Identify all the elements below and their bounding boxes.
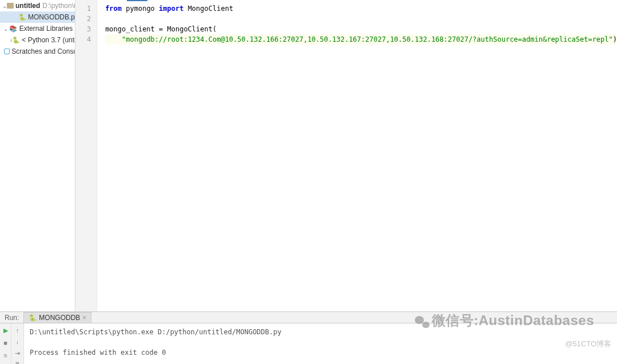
tree-label: < Python 3.7 (untitled) > — [22, 36, 75, 44]
folder-icon — [7, 1, 14, 10]
line-number[interactable]: 4 — [75, 34, 97, 45]
console-line: D:\untitled\Scripts\python.exe D:/python… — [30, 327, 611, 337]
tree-root-folder[interactable]: ⌄ untitled D:\python\untitled — [0, 0, 75, 11]
code-editor[interactable]: from pymongo import MongoClient mongo_cl… — [97, 0, 617, 311]
run-tool-window: Run: 🐍 MONGODDB × ▶ ■ ≡ ↑ ↓ ⇥ 🖶 D:\untit… — [0, 311, 617, 364]
run-label: Run: — [0, 314, 23, 322]
code-line[interactable]: from pymongo import MongoClient — [105, 3, 617, 14]
stop-icon[interactable]: ■ — [1, 338, 10, 347]
scratches-icon — [4, 47, 10, 56]
tree-external-libraries[interactable]: ⌄ 📚 External Libraries — [0, 23, 75, 34]
python-file-icon: 🐍 — [29, 314, 37, 322]
layout-icon[interactable]: ≡ — [1, 351, 10, 360]
tree-scratches[interactable]: › Scratches and Consoles — [0, 46, 75, 57]
run-tab-label: MONGODDB — [39, 314, 80, 322]
code-line[interactable]: "mongodb://root:1234.Com@10.50.132.166:2… — [105, 34, 617, 45]
code-line[interactable] — [105, 14, 617, 24]
chevron-down-icon[interactable]: ⌄ — [2, 26, 9, 32]
print-icon[interactable]: 🖶 — [13, 360, 22, 364]
rerun-icon[interactable]: ▶ — [1, 326, 10, 335]
run-toolbar-right: ↑ ↓ ⇥ 🖶 — [11, 323, 24, 364]
tree-python-sdk[interactable]: › 🐍 < Python 3.7 (untitled) > D:\untitl — [0, 34, 75, 46]
python-icon: 🐍 — [12, 35, 20, 45]
python-file-icon: 🐍 — [18, 13, 26, 22]
soft-wrap-icon[interactable]: ⇥ — [13, 349, 22, 358]
code-line[interactable]: mongo_client = MongoClient( — [105, 24, 617, 34]
editor-area: 1 2 3 4 from pymongo import MongoClient … — [75, 0, 617, 311]
line-number[interactable]: 3 — [75, 24, 97, 34]
run-tabbar: Run: 🐍 MONGODDB × — [0, 312, 617, 323]
line-number[interactable]: 1 — [75, 3, 97, 14]
console-line: Process finished with exit code 0 — [30, 347, 611, 358]
line-gutter[interactable]: 1 2 3 4 — [75, 0, 97, 311]
tree-label: External Libraries — [19, 25, 73, 33]
console-output[interactable]: D:\untitled\Scripts\python.exe D:/python… — [24, 323, 617, 364]
tree-path: D:\python\untitled — [42, 2, 75, 10]
run-tab[interactable]: 🐍 MONGODDB × — [23, 312, 91, 323]
tree-file-mongodb[interactable]: 🐍 MONGODDB.py — [0, 11, 75, 23]
line-number[interactable]: 2 — [75, 14, 97, 24]
libraries-icon: 📚 — [9, 24, 17, 33]
run-toolbar-left: ▶ ■ ≡ — [0, 323, 11, 364]
tree-label: MONGODDB.py — [28, 13, 75, 21]
console-line — [30, 337, 611, 347]
tree-label: untitled — [15, 2, 40, 10]
close-icon[interactable]: × — [82, 314, 86, 322]
run-body: ▶ ■ ≡ ↑ ↓ ⇥ 🖶 D:\untitled\Scripts\python… — [0, 323, 617, 364]
project-sidebar[interactable]: ⌄ untitled D:\python\untitled 🐍 MONGODDB… — [0, 0, 75, 311]
scroll-down-icon[interactable]: ↓ — [13, 337, 22, 346]
scroll-up-icon[interactable]: ↑ — [13, 326, 22, 335]
tree-label: Scratches and Consoles — [11, 47, 75, 55]
chevron-down-icon[interactable]: ⌄ — [2, 3, 7, 9]
main-area: ⌄ untitled D:\python\untitled 🐍 MONGODDB… — [0, 0, 617, 311]
